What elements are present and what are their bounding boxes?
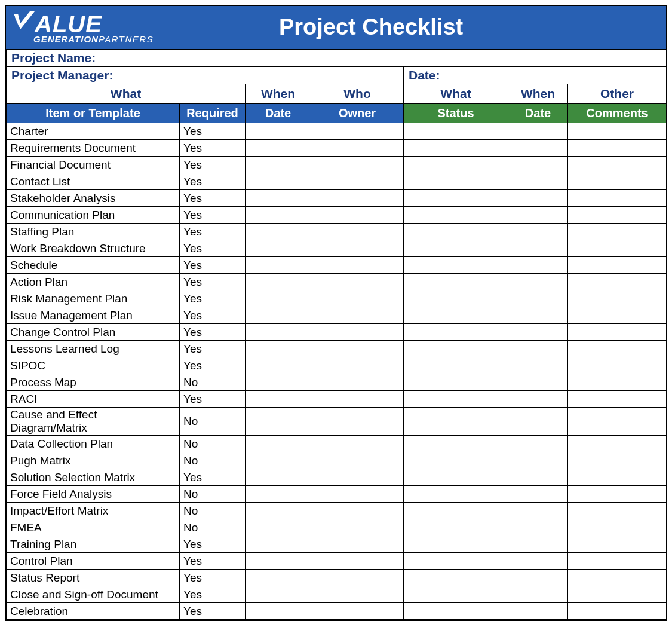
project-name-label: Project Name: <box>7 50 667 67</box>
date1-cell <box>246 519 311 536</box>
status-cell <box>404 553 508 570</box>
item-cell: Change Control Plan <box>7 324 180 341</box>
item-cell: Action Plan <box>7 274 180 290</box>
table-row: Data Collection PlanNo <box>7 436 667 452</box>
date2-cell <box>508 408 568 436</box>
required-cell: Yes <box>180 190 246 207</box>
comments-cell <box>568 469 667 486</box>
owner-cell <box>311 391 404 408</box>
date1-cell <box>246 240 311 257</box>
date1-cell <box>246 586 311 603</box>
status-cell <box>404 408 508 436</box>
date2-cell <box>508 224 568 240</box>
item-cell: Schedule <box>7 257 180 274</box>
date2-cell <box>508 123 568 140</box>
item-cell: Force Field Analysis <box>7 486 180 503</box>
required-cell: No <box>180 374 246 391</box>
comments-cell <box>568 519 667 536</box>
date2-cell <box>508 469 568 486</box>
status-cell <box>404 391 508 408</box>
date1-cell <box>246 123 311 140</box>
date2-cell <box>508 240 568 257</box>
required-cell: No <box>180 436 246 452</box>
table-row: Impact/Effort MatrixNo <box>7 503 667 519</box>
comments-cell <box>568 157 667 173</box>
required-cell: No <box>180 408 246 436</box>
date1-cell <box>246 341 311 357</box>
status-cell <box>404 190 508 207</box>
status-cell <box>404 603 508 620</box>
table-row: ScheduleYes <box>7 257 667 274</box>
owner-cell <box>311 123 404 140</box>
required-cell: Yes <box>180 586 246 603</box>
required-cell: Yes <box>180 157 246 173</box>
date1-cell <box>246 570 311 586</box>
required-cell: Yes <box>180 341 246 357</box>
status-cell <box>404 324 508 341</box>
required-cell: Yes <box>180 570 246 586</box>
group-header-when1: When <box>246 84 311 104</box>
required-cell: Yes <box>180 536 246 553</box>
owner-cell <box>311 374 404 391</box>
item-cell: Requirements Document <box>7 140 180 157</box>
logo-top: ALUE <box>12 10 154 36</box>
item-cell: Lessons Learned Log <box>7 341 180 357</box>
comments-cell <box>568 586 667 603</box>
item-cell: Charter <box>7 123 180 140</box>
item-cell: Stakeholder Analysis <box>7 190 180 207</box>
status-cell <box>404 374 508 391</box>
date2-cell <box>508 324 568 341</box>
item-cell: Process Map <box>7 374 180 391</box>
owner-cell <box>311 536 404 553</box>
date2-cell <box>508 486 568 503</box>
comments-cell <box>568 553 667 570</box>
date1-cell <box>246 452 311 469</box>
table-row: Financial DocumentYes <box>7 157 667 173</box>
date2-cell <box>508 274 568 290</box>
comments-cell <box>568 224 667 240</box>
date1-cell <box>246 469 311 486</box>
item-cell: SIPOC <box>7 357 180 374</box>
required-cell: Yes <box>180 257 246 274</box>
required-cell: No <box>180 486 246 503</box>
table-row: Process MapNo <box>7 374 667 391</box>
date2-cell <box>508 257 568 274</box>
status-cell <box>404 274 508 290</box>
comments-cell <box>568 603 667 620</box>
logo: ALUE GENERATIONPARTNERS <box>12 10 154 44</box>
status-cell <box>404 173 508 190</box>
comments-cell <box>568 290 667 307</box>
owner-cell <box>311 240 404 257</box>
owner-cell <box>311 324 404 341</box>
owner-cell <box>311 274 404 290</box>
table-row: Change Control PlanYes <box>7 324 667 341</box>
required-cell: Yes <box>180 123 246 140</box>
date2-cell <box>508 436 568 452</box>
comments-cell <box>568 307 667 324</box>
status-cell <box>404 341 508 357</box>
item-cell: Issue Management Plan <box>7 307 180 324</box>
table-row: Contact ListYes <box>7 173 667 190</box>
status-cell <box>404 519 508 536</box>
owner-cell <box>311 570 404 586</box>
comments-cell <box>568 240 667 257</box>
owner-cell <box>311 586 404 603</box>
comments-cell <box>568 140 667 157</box>
date2-cell <box>508 586 568 603</box>
status-cell <box>404 157 508 173</box>
date1-cell <box>246 173 311 190</box>
owner-cell <box>311 190 404 207</box>
col-comments: Comments <box>568 104 667 123</box>
status-cell <box>404 357 508 374</box>
date1-cell <box>246 391 311 408</box>
check-v-icon <box>12 9 36 35</box>
date1-cell <box>246 436 311 452</box>
comments-cell <box>568 274 667 290</box>
status-cell <box>404 123 508 140</box>
date2-cell <box>508 519 568 536</box>
owner-cell <box>311 224 404 240</box>
owner-cell <box>311 290 404 307</box>
date1-cell <box>246 307 311 324</box>
logo-sub-ital: PARTNERS <box>99 34 154 44</box>
item-cell: Risk Management Plan <box>7 290 180 307</box>
